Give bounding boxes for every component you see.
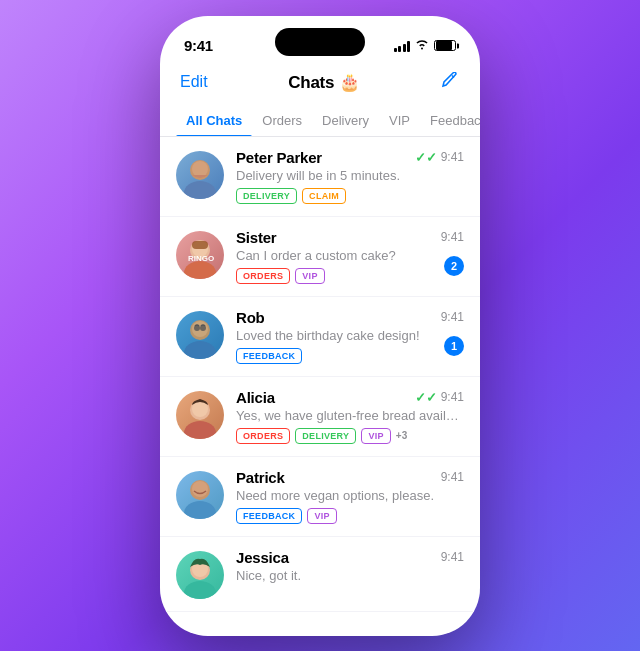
dynamic-island <box>275 28 365 56</box>
read-checkmark-alicia: ✓✓ <box>415 390 437 405</box>
chat-message-alicia: Yes, we have gluten-free bread available… <box>236 408 464 423</box>
chat-time-jessica: 9:41 <box>441 550 464 564</box>
tag-claim-peter: CLAIM <box>302 188 346 204</box>
svg-point-2 <box>192 161 208 177</box>
chat-time-alicia: 9:41 <box>441 390 464 404</box>
chat-message-sister: Can I order a custom cake? <box>236 248 464 263</box>
chat-time-patrick: 9:41 <box>441 470 464 484</box>
chat-message-patrick: Need more vegan options, please. <box>236 488 464 503</box>
chat-message-rob: Loved the birthday cake design! <box>236 328 464 343</box>
chat-time-sister: 9:41 <box>441 230 464 244</box>
avatar-jessica <box>176 551 224 599</box>
tags-alicia: ORDERS DELIVERY VIP +3 <box>236 428 464 444</box>
tab-delivery[interactable]: Delivery <box>312 105 379 136</box>
chat-content-alicia: Alicia ✓✓ 9:41 Yes, we have gluten-free … <box>236 389 464 444</box>
signal-icon <box>394 40 411 52</box>
tab-all-chats[interactable]: All Chats <box>176 105 252 136</box>
svg-point-20 <box>184 581 216 599</box>
svg-point-9 <box>184 341 216 359</box>
tag-vip-sister: VIP <box>295 268 324 284</box>
page-title: Chats 🎂 <box>288 72 359 93</box>
compose-button[interactable] <box>440 72 460 92</box>
tag-vip-patrick: VIP <box>307 508 336 524</box>
tag-feedback-rob: FEEDBACK <box>236 348 302 364</box>
unread-badge-sister: 2 <box>444 256 464 276</box>
svg-point-18 <box>192 481 208 497</box>
unread-badge-rob: 1 <box>444 336 464 356</box>
chat-content-rob: Rob 9:41 Loved the birthday cake design!… <box>236 309 464 364</box>
chat-content-sister: Sister 9:41 Can I order a custom cake? O… <box>236 229 464 284</box>
avatar-patrick <box>176 471 224 519</box>
chat-item-rob[interactable]: Rob 9:41 Loved the birthday cake design!… <box>160 297 480 377</box>
tag-feedback-patrick: FEEDBACK <box>236 508 302 524</box>
edit-button[interactable]: Edit <box>180 73 208 91</box>
chat-name-rob: Rob <box>236 309 265 326</box>
chat-item-alicia[interactable]: Alicia ✓✓ 9:41 Yes, we have gluten-free … <box>160 377 480 457</box>
chat-message-jessica: Nice, got it. <box>236 568 464 583</box>
status-icons <box>394 39 457 53</box>
chat-item-jessica[interactable]: Jessica 9:41 Nice, got it. <box>160 537 480 612</box>
chat-time-peter: 9:41 <box>441 150 464 164</box>
tab-feedback[interactable]: Feedback <box>420 105 480 136</box>
svg-text:RINGO: RINGO <box>188 254 214 263</box>
tag-delivery-peter: DELIVERY <box>236 188 297 204</box>
chat-item-sister[interactable]: RINGO Sister 9:41 Can I order a custom c… <box>160 217 480 297</box>
svg-point-17 <box>184 501 216 519</box>
tag-delivery-alicia: DELIVERY <box>295 428 356 444</box>
chat-name-sister: Sister <box>236 229 277 246</box>
tag-orders-alicia: ORDERS <box>236 428 290 444</box>
header: Edit Chats 🎂 <box>160 68 480 105</box>
chat-name-alicia: Alicia <box>236 389 275 406</box>
chat-content-patrick: Patrick 9:41 Need more vegan options, pl… <box>236 469 464 524</box>
status-time: 9:41 <box>184 37 213 54</box>
svg-point-4 <box>184 261 216 279</box>
tags-sister: ORDERS VIP <box>236 268 464 284</box>
battery-icon <box>434 40 456 51</box>
tab-vip[interactable]: VIP <box>379 105 420 136</box>
wifi-icon <box>415 39 429 53</box>
chat-list: Peter Parker ✓✓ 9:41 Delivery will be in… <box>160 137 480 636</box>
chat-item-peter[interactable]: Peter Parker ✓✓ 9:41 Delivery will be in… <box>160 137 480 217</box>
chat-item-patrick[interactable]: Patrick 9:41 Need more vegan options, pl… <box>160 457 480 537</box>
tab-orders[interactable]: Orders <box>252 105 312 136</box>
read-checkmark-peter: ✓✓ <box>415 150 437 165</box>
phone-frame: 9:41 <box>160 16 480 636</box>
chat-content-peter: Peter Parker ✓✓ 9:41 Delivery will be in… <box>236 149 464 204</box>
chat-content-jessica: Jessica 9:41 Nice, got it. <box>236 549 464 588</box>
chat-time-rob: 9:41 <box>441 310 464 324</box>
tabs-container: All Chats Orders Delivery VIP Feedback <box>160 105 480 137</box>
chat-name-patrick: Patrick <box>236 469 285 486</box>
avatar-peter <box>176 151 224 199</box>
tag-orders-sister: ORDERS <box>236 268 290 284</box>
tag-vip-alicia: VIP <box>361 428 390 444</box>
avatar-rob <box>176 311 224 359</box>
tags-rob: FEEDBACK <box>236 348 464 364</box>
tags-peter: DELIVERY CLAIM <box>236 188 464 204</box>
avatar-sister: RINGO <box>176 231 224 279</box>
chat-name-peter: Peter Parker <box>236 149 322 166</box>
svg-point-14 <box>184 421 216 439</box>
svg-point-1 <box>184 181 216 199</box>
avatar-alicia <box>176 391 224 439</box>
tag-more-alicia: +3 <box>396 430 407 441</box>
svg-rect-6 <box>192 241 208 249</box>
chat-message-peter: Delivery will be in 5 minutes. <box>236 168 464 183</box>
tags-patrick: FEEDBACK VIP <box>236 508 464 524</box>
chat-name-jessica: Jessica <box>236 549 289 566</box>
